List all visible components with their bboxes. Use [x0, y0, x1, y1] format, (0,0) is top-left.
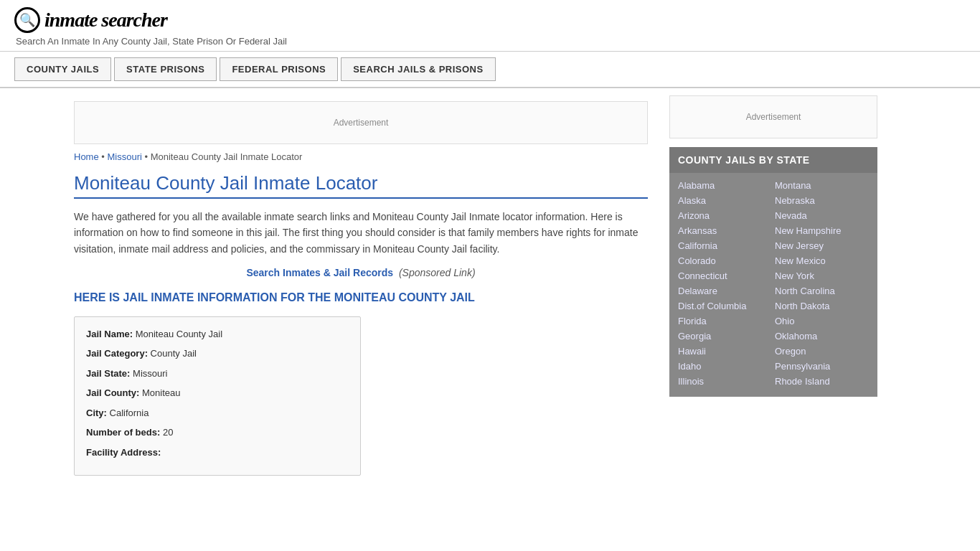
jail-state-row: Jail State: Missouri — [86, 367, 349, 381]
main-layout: Advertisement Home • Missouri • Moniteau… — [60, 88, 920, 490]
state-link[interactable]: North Carolina — [775, 284, 869, 298]
jail-beds-row: Number of beds: 20 — [86, 425, 349, 440]
breadcrumb-home[interactable]: Home — [74, 151, 99, 162]
state-link[interactable]: Arkansas — [678, 224, 772, 237]
county-jails-title: COUNTY JAILS BY STATE — [669, 147, 877, 173]
sponsored-link-section: Search Inmates & Jail Records (Sponsored… — [74, 267, 648, 278]
state-link[interactable]: Colorado — [678, 254, 772, 268]
jail-info-box: Jail Name: Moniteau County Jail Jail Cat… — [74, 316, 361, 476]
search-logo-icon: 🔍 — [14, 7, 40, 33]
state-link[interactable]: Montana — [775, 179, 869, 192]
state-link[interactable]: Alaska — [678, 194, 772, 207]
breadcrumb-sep2: • — [145, 151, 151, 162]
breadcrumb-state[interactable]: Missouri — [107, 151, 141, 162]
state-link[interactable]: Illinois — [678, 375, 772, 388]
nav-county-jails[interactable]: COUNTY JAILS — [14, 57, 111, 81]
jail-beds-label: Number of beds: — [86, 427, 160, 438]
state-link[interactable]: Delaware — [678, 284, 772, 298]
jail-city-row: City: California — [86, 406, 349, 420]
state-link[interactable]: North Dakota — [775, 299, 869, 313]
state-link[interactable]: California — [678, 239, 772, 253]
page-description: We have gathered for you all the availab… — [74, 209, 648, 257]
state-link[interactable]: Rhode Island — [775, 375, 869, 388]
county-jails-by-state-box: COUNTY JAILS BY STATE AlabamaMontanaAlas… — [669, 147, 877, 397]
jail-county-label: Jail County: — [86, 387, 139, 398]
sponsored-label: (Sponsored Link) — [399, 267, 476, 278]
state-link[interactable]: Nevada — [775, 209, 869, 222]
jail-info-subheading: HERE IS JAIL INMATE INFORMATION FOR THE … — [74, 290, 648, 306]
jail-name-row: Jail Name: Moniteau County Jail — [86, 327, 349, 342]
logo-area: 🔍 inmate searcher — [14, 7, 966, 33]
jail-county-value: Moniteau — [142, 387, 180, 398]
state-link[interactable]: Pennsylvania — [775, 359, 869, 373]
jail-address-row: Facility Address: — [86, 446, 349, 460]
sidebar-ad-banner: Advertisement — [669, 95, 877, 138]
state-link[interactable]: Connecticut — [678, 269, 772, 283]
state-link[interactable]: Arizona — [678, 209, 772, 222]
nav-federal-prisons[interactable]: FEDERAL PRISONS — [220, 57, 338, 81]
state-link[interactable]: Ohio — [775, 314, 869, 328]
jail-address-label: Facility Address: — [86, 447, 161, 458]
state-link[interactable]: New York — [775, 269, 869, 283]
breadcrumb: Home • Missouri • Moniteau County Jail I… — [74, 151, 648, 162]
nav-search-jails[interactable]: SEARCH JAILS & PRISONS — [341, 57, 495, 81]
jail-name-label: Jail Name: — [86, 329, 133, 339]
main-content: Advertisement Home • Missouri • Moniteau… — [74, 88, 662, 490]
state-link[interactable]: Oregon — [775, 344, 869, 358]
jail-state-label: Jail State: — [86, 368, 130, 379]
sidebar: Advertisement COUNTY JAILS BY STATE Alab… — [662, 88, 877, 490]
jail-city-label: City: — [86, 408, 107, 418]
jail-category-value: County Jail — [151, 348, 197, 359]
state-link[interactable]: Hawaii — [678, 344, 772, 358]
nav-state-prisons[interactable]: STATE PRISONS — [114, 57, 217, 81]
state-link[interactable]: Georgia — [678, 329, 772, 343]
jail-city-value: California — [110, 408, 149, 418]
top-ad-banner: Advertisement — [74, 101, 648, 144]
state-link[interactable]: Idaho — [678, 359, 772, 373]
state-link[interactable]: Dist.of Columbia — [678, 299, 772, 313]
state-link[interactable]: Oklahoma — [775, 329, 869, 343]
jail-name-value: Moniteau County Jail — [136, 329, 222, 339]
page-title: Moniteau County Jail Inmate Locator — [74, 172, 648, 199]
state-link[interactable]: Nebraska — [775, 194, 869, 207]
state-link[interactable]: New Jersey — [775, 239, 869, 253]
state-link[interactable]: Alabama — [678, 179, 772, 192]
site-logo-text[interactable]: inmate searcher — [44, 9, 167, 32]
jail-category-label: Jail Category: — [86, 348, 148, 359]
jail-state-value: Missouri — [133, 368, 167, 379]
jail-category-row: Jail Category: County Jail — [86, 347, 349, 361]
state-link[interactable]: New Hampshire — [775, 224, 869, 237]
jail-beds-value: 20 — [163, 427, 173, 438]
state-link[interactable]: Florida — [678, 314, 772, 328]
county-jails-grid: AlabamaMontanaAlaskaNebraskaArizonaNevad… — [669, 173, 877, 397]
state-link[interactable]: New Mexico — [775, 254, 869, 268]
main-nav: COUNTY JAILS STATE PRISONS FEDERAL PRISO… — [0, 52, 980, 88]
site-tagline: Search An Inmate In Any County Jail, Sta… — [16, 36, 966, 47]
jail-county-row: Jail County: Moniteau — [86, 386, 349, 400]
sponsored-link-anchor[interactable]: Search Inmates & Jail Records — [246, 267, 393, 278]
breadcrumb-current: Moniteau County Jail Inmate Locator — [151, 151, 303, 162]
header: 🔍 inmate searcher Search An Inmate In An… — [0, 0, 980, 52]
